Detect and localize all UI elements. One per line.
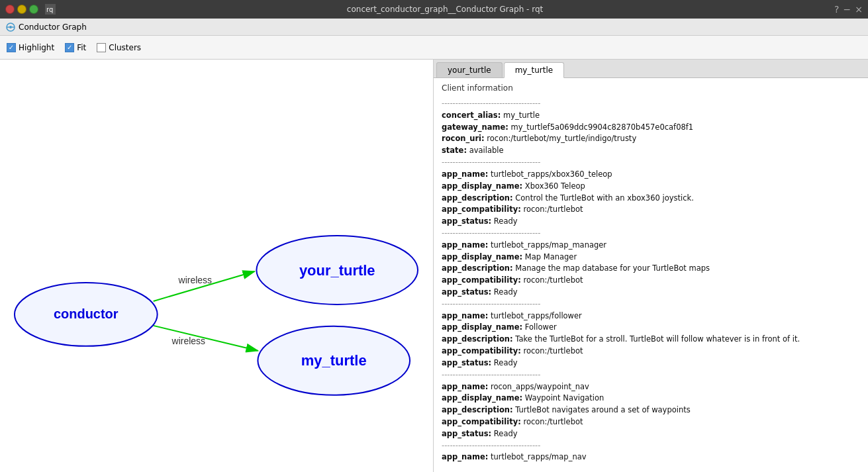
window-controls[interactable]: [5, 5, 38, 14]
list-item: app_name: turtlebot_rapps/map_nav: [442, 451, 860, 463]
field-value: Ready: [491, 429, 517, 438]
list-item: ------------------------------------: [442, 299, 860, 310]
list-item: ------------------------------------: [442, 228, 860, 240]
field-label: app_status:: [442, 358, 491, 367]
field-label: state:: [442, 146, 467, 155]
fit-checkbox[interactable]: [65, 43, 74, 52]
field-value: Take the TurtleBot for a stroll. TurtleB…: [513, 334, 800, 344]
menu-bar: Conductor Graph: [0, 19, 868, 36]
field-value: rocon:/turtlebot/my_turtle/indigo/trusty: [485, 134, 637, 143]
list-item: app_display_name: Waypoint Navigation: [442, 393, 860, 404]
field-label: app_compatibility:: [442, 275, 521, 285]
field-value: Xbox360 Teleop: [522, 181, 585, 191]
list-item: app_name: turtlebot_rapps/follower: [442, 310, 860, 322]
field-label: rocon_uri:: [442, 134, 485, 143]
field-value: rocon:/turtlebot: [521, 346, 583, 355]
minimize-button[interactable]: [17, 5, 26, 14]
graph-area[interactable]: wireless wireless conductor your_turtle …: [0, 60, 434, 472]
clusters-checkbox[interactable]: [97, 43, 106, 52]
field-value: Ready: [491, 216, 517, 226]
field-label: app_compatibility:: [442, 205, 521, 214]
list-item: app_compatibility: rocon:/turtlebot: [442, 416, 860, 428]
list-item: app_status: Ready: [442, 216, 860, 228]
list-item: app_name: turtlebot_rapps/map_manager: [442, 240, 860, 252]
right-panel: your_turtle my_turtle Client information…: [434, 60, 868, 472]
edge-conductor-my-turtle: [154, 326, 258, 351]
node-your-turtle-label: your_turtle: [299, 262, 375, 279]
list-item: app_description: TurtleBot navigates aro…: [442, 404, 860, 416]
field-label: app_name:: [442, 240, 488, 250]
field-value: turtlebot_rapps/xbox360_teleop: [488, 169, 612, 179]
field-label: app_display_name:: [442, 252, 522, 261]
list-item: app_status: Ready: [442, 287, 860, 299]
field-label: app_description:: [442, 334, 513, 344]
field-value: rocon:/turtlebot: [521, 417, 583, 426]
list-item: app_compatibility: rocon:/turtlebot: [442, 275, 860, 287]
highlight-checkbox[interactable]: [7, 43, 16, 52]
title-bar-right-controls: ? − ×: [834, 4, 863, 15]
list-item: app_compatibility: rocon:/turtlebot: [442, 346, 860, 357]
field-label: app_name:: [442, 311, 488, 320]
list-item: app_description: Manage the map database…: [442, 263, 860, 275]
list-item: app_name: rocon_apps/waypoint_nav: [442, 381, 860, 393]
highlight-label: Highlight: [19, 43, 54, 52]
clusters-toggle[interactable]: Clusters: [97, 43, 141, 52]
help-icon[interactable]: ?: [834, 4, 839, 15]
field-value: Ready: [491, 287, 517, 297]
fit-toggle[interactable]: Fit: [65, 43, 86, 52]
field-label: app_description:: [442, 263, 513, 273]
list-item: rocon_uri: rocon:/turtlebot/my_turtle/in…: [442, 133, 860, 145]
app-icon: rq: [45, 4, 56, 15]
app-title: Conductor Graph: [5, 22, 87, 32]
client-info-content[interactable]: ------------------------------------conc…: [434, 95, 868, 468]
list-item: ------------------------------------: [442, 98, 860, 110]
field-label: app_display_name:: [442, 181, 522, 191]
field-value: turtlebot_rapps/map_nav: [488, 452, 586, 461]
client-info-header: Client information: [434, 78, 868, 95]
field-value: Manage the map database for your TurtleB…: [513, 263, 710, 273]
tab-my-turtle[interactable]: my_turtle: [504, 62, 564, 78]
field-value: rocon:/turtlebot: [521, 205, 583, 214]
dash-icon[interactable]: −: [844, 4, 851, 15]
client-info-panel: Client information ---------------------…: [434, 78, 868, 472]
title-bar: rq concert_conductor_graph__Conductor Gr…: [0, 0, 868, 19]
edge-label-wireless-2: wireless: [171, 336, 205, 346]
list-item: app_display_name: Xbox360 Teleop: [442, 181, 860, 193]
list-item: app_status: Ready: [442, 428, 860, 440]
field-label: app_status:: [442, 429, 491, 438]
field-label: concert_alias:: [442, 111, 501, 120]
list-item: app_compatibility: rocon:/turtlebot: [442, 204, 860, 216]
edge-label-wireless-1: wireless: [178, 275, 212, 285]
svg-text:rq: rq: [46, 6, 53, 13]
clusters-label: Clusters: [109, 43, 141, 52]
list-item: ------------------------------------: [442, 369, 860, 381]
highlight-toggle[interactable]: Highlight: [7, 43, 54, 52]
field-label: app_name:: [442, 452, 488, 461]
list-item: app_description: Control the TurtleBot w…: [442, 193, 860, 205]
field-label: app_display_name:: [442, 393, 522, 402]
list-item: app_name: turtlebot_rapps/xbox360_teleop: [442, 169, 860, 181]
field-label: app_compatibility:: [442, 346, 521, 355]
conductor-icon: [5, 22, 16, 32]
field-label: gateway_name:: [442, 122, 508, 132]
svg-point-3: [9, 26, 12, 28]
field-value: Control the TurtleBot with an xbox360 jo…: [513, 193, 694, 203]
maximize-button[interactable]: [29, 5, 38, 14]
list-item: state: available: [442, 145, 860, 157]
list-item: gateway_name: my_turtlef5a069ddc9904c828…: [442, 122, 860, 134]
field-label: app_status:: [442, 287, 491, 297]
field-label: app_display_name:: [442, 322, 522, 332]
x-icon[interactable]: ×: [855, 4, 863, 15]
field-label: app_description:: [442, 405, 513, 414]
field-label: app_description:: [442, 193, 513, 203]
tab-your-turtle[interactable]: your_turtle: [436, 62, 503, 77]
close-button[interactable]: [5, 5, 15, 14]
field-value: available: [467, 146, 504, 155]
field-value: TurtleBot navigates around a set of wayp…: [513, 405, 691, 414]
field-value: my_turtle: [501, 111, 540, 120]
node-conductor-label: conductor: [54, 307, 119, 321]
list-item: ------------------------------------: [442, 157, 860, 169]
window-title: concert_conductor_graph__Conductor Graph…: [60, 5, 830, 14]
field-label: app_name:: [442, 382, 488, 391]
field-label: app_status:: [442, 216, 491, 226]
